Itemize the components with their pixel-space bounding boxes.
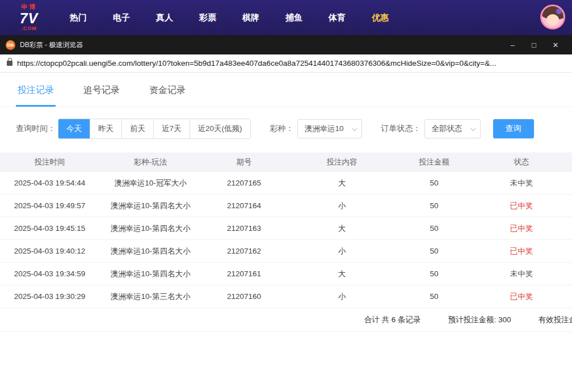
window-controls: – □ ✕ xyxy=(502,35,566,54)
cell-game-play: 澳洲幸运10-冠军大小 xyxy=(99,178,201,188)
table-body: 2025-04-03 19:54:44澳洲幸运10-冠军大小21207165大5… xyxy=(0,172,572,308)
time-filter-label: 查询时间： xyxy=(16,124,56,134)
cell-status: 已中奖 xyxy=(471,224,572,234)
cell-bet-amount: 50 xyxy=(397,247,471,255)
cell-bet-time: 2025-04-03 19:40:12 xyxy=(0,247,99,255)
nav-item-8[interactable]: 优惠 xyxy=(359,12,402,23)
cell-status: 已中奖 xyxy=(471,246,572,256)
cell-issue-number: 21207163 xyxy=(201,224,287,233)
search-button[interactable]: 查询 xyxy=(493,119,534,138)
site-logo[interactable]: 申博 7V .COM xyxy=(5,4,53,31)
cell-bet-time: 2025-04-03 19:49:57 xyxy=(0,201,99,210)
column-header: 状态 xyxy=(471,157,572,167)
close-button[interactable]: ✕ xyxy=(545,35,566,54)
nav-item-7[interactable]: 体育 xyxy=(316,12,359,23)
cell-bet-content: 小 xyxy=(287,292,397,302)
tabs: 投注记录追号记录资金记录 xyxy=(0,73,572,107)
chevron-down-icon xyxy=(470,125,476,131)
table-row: 2025-04-03 19:49:57澳洲幸运10-第四名大小21207164小… xyxy=(0,195,572,217)
maximize-button[interactable]: □ xyxy=(523,35,545,54)
cell-bet-content: 大 xyxy=(287,269,397,279)
nav-item-2[interactable]: 电子 xyxy=(100,12,143,23)
table-row: 2025-04-03 19:45:15澳洲幸运10-第四名大小21207163大… xyxy=(0,217,572,240)
cell-bet-content: 大 xyxy=(287,224,397,234)
window-titlebar: DB DB彩票 - 极速浏览器 – □ ✕ xyxy=(0,35,572,54)
user-avatar[interactable] xyxy=(540,5,565,29)
column-header: 投注时间 xyxy=(0,157,99,167)
table-row: 2025-04-03 19:54:44澳洲幸运10-冠军大小21207165大5… xyxy=(0,172,572,195)
address-bar[interactable]: https://ctopcp02pcali.uengi5e.com/lotter… xyxy=(0,54,572,73)
lock-icon xyxy=(7,61,12,66)
lottery-select[interactable]: 澳洲幸运10 xyxy=(297,119,362,138)
nav-item-3[interactable]: 真人 xyxy=(143,12,186,23)
nav-item-5[interactable]: 棋牌 xyxy=(229,12,272,23)
summary-row: 合计 共 6 条记录 预计投注金额: 300 有效投注金 xyxy=(0,308,572,332)
cell-bet-time: 2025-04-03 19:45:15 xyxy=(0,224,99,233)
cell-bet-amount: 50 xyxy=(397,179,471,187)
time-option-5[interactable]: 近20天(低频) xyxy=(190,119,250,138)
cell-bet-amount: 50 xyxy=(397,201,471,210)
time-option-2[interactable]: 昨天 xyxy=(90,119,121,138)
column-header: 投注金额 xyxy=(397,157,471,167)
logo-text-cn: 申博 xyxy=(21,4,37,10)
order-status-value: 全部状态 xyxy=(432,124,462,134)
cell-bet-content: 小 xyxy=(287,246,397,256)
cell-game-play: 澳洲幸运10-第三名大小 xyxy=(99,292,201,302)
nav-item-1[interactable]: 热门 xyxy=(57,12,100,23)
cell-bet-time: 2025-04-03 19:34:59 xyxy=(0,269,99,278)
chevron-down-icon xyxy=(352,125,358,131)
logo-text-7v: 7V xyxy=(20,11,39,26)
column-header: 期号 xyxy=(201,157,287,167)
top-nav: 申博 7V .COM 热门电子真人彩票棋牌捕鱼体育优惠 xyxy=(0,0,572,35)
lottery-filter-label: 彩种： xyxy=(270,124,294,134)
cell-game-play: 澳洲幸运10-第四名大小 xyxy=(99,201,201,211)
column-header: 投注内容 xyxy=(287,157,397,167)
minimize-button[interactable]: – xyxy=(502,35,523,54)
cell-status: 未中奖 xyxy=(471,269,572,279)
table-row: 2025-04-03 19:30:29澳洲幸运10-第三名大小21207160小… xyxy=(0,285,572,308)
cell-issue-number: 21207162 xyxy=(201,247,287,255)
bet-records-table: 投注时间彩种-玩法期号投注内容投注金额状态 2025-04-03 19:54:4… xyxy=(0,153,572,332)
cell-issue-number: 21207161 xyxy=(201,269,287,278)
cell-status: 未中奖 xyxy=(471,178,572,188)
app-icon: DB xyxy=(6,40,15,50)
summary-expected-amount: 预计投注金额: 300 xyxy=(448,315,511,325)
summary-total: 合计 共 6 条记录 xyxy=(364,315,421,325)
time-option-3[interactable]: 前天 xyxy=(121,119,153,138)
url-text[interactable]: https://ctopcp02pcali.uengi5e.com/lotter… xyxy=(17,59,496,68)
tab-3[interactable]: 资金记录 xyxy=(148,73,187,107)
table-row: 2025-04-03 19:40:12澳洲幸运10-第四名大小21207162小… xyxy=(0,240,572,263)
status-filter-label: 订单状态： xyxy=(381,124,421,134)
avatar-face-graphic xyxy=(546,14,559,26)
cell-bet-amount: 50 xyxy=(397,224,471,233)
cell-bet-time: 2025-04-03 19:30:29 xyxy=(0,292,99,301)
summary-valid-amount: 有效投注金 xyxy=(539,315,572,325)
cell-status: 已中奖 xyxy=(471,201,572,211)
cell-issue-number: 21207165 xyxy=(201,179,287,187)
time-option-1[interactable]: 今天 xyxy=(58,119,90,138)
main-menu: 热门电子真人彩票棋牌捕鱼体育优惠 xyxy=(57,12,402,23)
tab-1[interactable]: 投注记录 xyxy=(16,73,56,107)
avatar-bow-graphic xyxy=(556,9,562,14)
nav-item-4[interactable]: 彩票 xyxy=(186,12,229,23)
cell-issue-number: 21207160 xyxy=(201,292,287,301)
time-option-4[interactable]: 近7天 xyxy=(153,119,190,138)
filter-bar: 查询时间： 今天昨天前天近7天近20天(低频) 彩种： 澳洲幸运10 订单状态：… xyxy=(0,107,572,139)
cell-game-play: 澳洲幸运10-第四名大小 xyxy=(99,224,201,234)
cell-bet-time: 2025-04-03 19:54:44 xyxy=(0,179,99,187)
time-filter-group: 今天昨天前天近7天近20天(低频) xyxy=(58,119,251,139)
table-header-row: 投注时间彩种-玩法期号投注内容投注金额状态 xyxy=(0,153,572,172)
tab-2[interactable]: 追号记录 xyxy=(82,73,121,107)
page-content: 投注记录追号记录资金记录 查询时间： 今天昨天前天近7天近20天(低频) 彩种：… xyxy=(0,73,572,332)
cell-bet-amount: 50 xyxy=(397,292,471,301)
cell-bet-content: 大 xyxy=(287,178,397,188)
order-status-select[interactable]: 全部状态 xyxy=(424,119,481,138)
window-title: DB彩票 - 极速浏览器 xyxy=(20,40,502,50)
cell-bet-amount: 50 xyxy=(397,269,471,278)
nav-item-6[interactable]: 捕鱼 xyxy=(272,12,316,23)
lottery-select-value: 澳洲幸运10 xyxy=(305,124,344,134)
column-header: 彩种-玩法 xyxy=(99,157,201,167)
table-row: 2025-04-03 19:34:59澳洲幸运10-第四名大小21207161大… xyxy=(0,263,572,285)
cell-game-play: 澳洲幸运10-第四名大小 xyxy=(99,269,201,279)
logo-text-com: .COM xyxy=(21,26,37,31)
